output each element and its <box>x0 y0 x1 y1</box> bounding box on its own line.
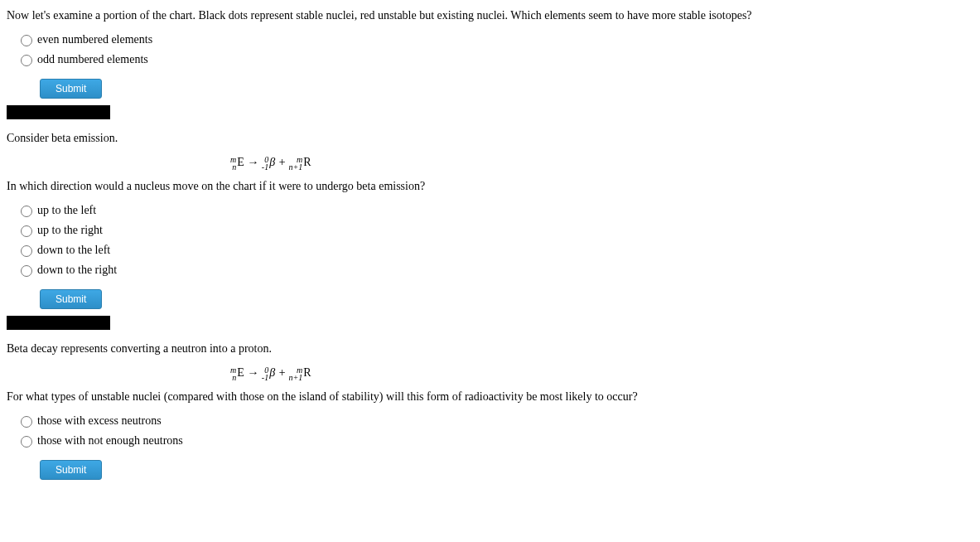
beta-decay-equation: mnE → 0-1β + mn+1R <box>230 364 973 381</box>
radio-q2-option-2[interactable] <box>21 245 32 257</box>
radio-q2-option-3[interactable] <box>21 265 32 277</box>
question-1-text: Now let's examine a portion of the chart… <box>7 7 973 24</box>
radio-q1-option-0[interactable] <box>21 35 32 46</box>
question-2-intro: Consider beta emission. <box>7 129 973 147</box>
submit-button[interactable]: Submit <box>40 460 102 480</box>
radio-q2-option-1[interactable] <box>21 225 32 237</box>
question-3-intro: Beta decay represents converting a neutr… <box>7 340 973 357</box>
radio-q3-option-0[interactable] <box>21 416 32 428</box>
option-row: down to the right <box>17 261 973 278</box>
question-1: Now let's examine a portion of the chart… <box>7 7 973 119</box>
radio-q3-option-1[interactable] <box>21 436 32 448</box>
option-label[interactable]: those with not enough neutrons <box>37 432 183 449</box>
radio-q2-option-0[interactable] <box>21 206 32 217</box>
option-row: odd numbered elements <box>17 51 973 68</box>
question-2: Consider beta emission. mnE → 0-1β + mn+… <box>7 129 973 330</box>
option-label[interactable]: even numbered elements <box>37 31 152 48</box>
submit-button[interactable]: Submit <box>40 79 102 99</box>
question-2-text: In which direction would a nucleus move … <box>7 177 973 195</box>
option-label[interactable]: odd numbered elements <box>37 51 148 68</box>
option-label[interactable]: those with excess neutrons <box>37 412 162 429</box>
option-label[interactable]: up to the left <box>37 201 96 219</box>
option-row: even numbered elements <box>17 31 973 48</box>
beta-emission-equation: mnE → 0-1β + mn+1R <box>230 153 973 171</box>
radio-q1-option-1[interactable] <box>21 55 32 66</box>
option-row: down to the left <box>17 241 973 259</box>
question-1-options: even numbered elements odd numbered elem… <box>17 31 973 68</box>
submit-button[interactable]: Submit <box>40 289 102 309</box>
option-row: those with excess neutrons <box>17 412 973 429</box>
option-label[interactable]: down to the right <box>37 261 117 278</box>
question-3: Beta decay represents converting a neutr… <box>7 340 973 486</box>
feedback-bar <box>7 105 110 119</box>
question-3-options: those with excess neutrons those with no… <box>17 412 973 449</box>
option-row: up to the left <box>17 201 973 219</box>
option-row: up to the right <box>17 221 973 239</box>
question-2-options: up to the left up to the right down to t… <box>17 201 973 278</box>
feedback-bar <box>7 316 110 330</box>
option-label[interactable]: up to the right <box>37 221 103 239</box>
option-label[interactable]: down to the left <box>37 241 110 259</box>
option-row: those with not enough neutrons <box>17 432 973 449</box>
question-3-text: For what types of unstable nuclei (compa… <box>7 388 973 405</box>
